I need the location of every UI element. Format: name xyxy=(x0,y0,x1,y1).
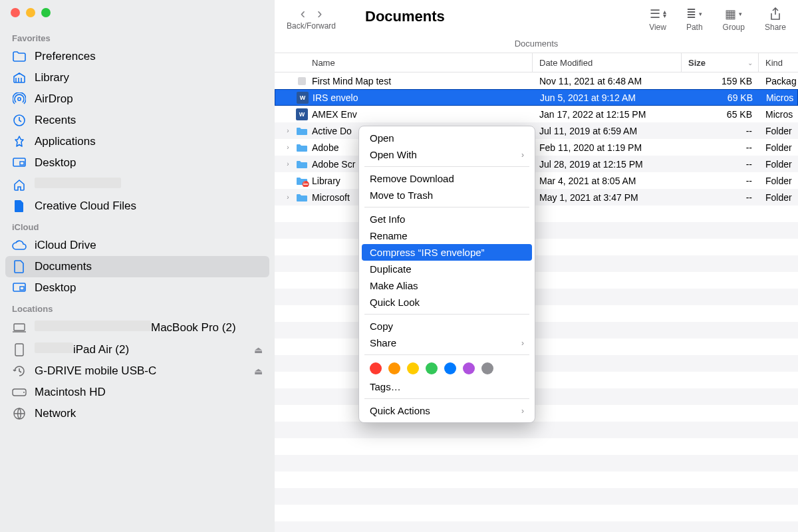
disclosure-triangle[interactable]: › xyxy=(284,127,292,134)
sidebar-item-macbook[interactable]: MacBook Pro (2) xyxy=(5,317,269,338)
sidebar-item-creative-cloud[interactable]: Creative Cloud Files xyxy=(5,196,269,217)
eject-icon[interactable]: ⏏ xyxy=(254,366,263,376)
sidebar-item-network[interactable]: Network xyxy=(5,403,269,424)
sidebar-item-label: Macintosh HD xyxy=(35,386,263,399)
context-move-to-trash[interactable]: Move to Trash xyxy=(359,187,535,203)
back-button[interactable]: ‹ xyxy=(301,7,305,21)
chevron-right-icon: › xyxy=(521,406,524,416)
toolbar-group[interactable]: ▦▾ Group xyxy=(723,7,745,32)
file-row[interactable]: First Mind Map testNov 11, 2021 at 6:48 … xyxy=(275,72,798,89)
disclosure-triangle[interactable]: › xyxy=(284,144,292,151)
column-header-date[interactable]: Date Modified xyxy=(533,53,682,72)
empty-row xyxy=(275,405,798,422)
empty-row xyxy=(275,272,798,289)
context-rename[interactable]: Rename xyxy=(359,227,535,244)
tag-red[interactable] xyxy=(370,362,382,374)
column-header-size[interactable]: Size⌄ xyxy=(682,53,759,72)
context-duplicate[interactable]: Duplicate xyxy=(359,261,535,277)
tag-yellow[interactable] xyxy=(407,362,419,374)
sidebar-item-recents[interactable]: Recents xyxy=(5,110,269,131)
file-kind: Folder xyxy=(759,142,798,153)
sidebar-item-preferences[interactable]: Preferences xyxy=(5,46,269,67)
minimize-window-button[interactable] xyxy=(26,8,35,17)
sidebar-item-label: Documents xyxy=(35,260,263,273)
tag-orange[interactable] xyxy=(388,362,400,374)
file-row[interactable]: ›Active DoJul 11, 2019 at 6:59 AM--Folde… xyxy=(275,122,798,139)
sidebar-item-icloud-desktop[interactable]: Desktop xyxy=(5,277,269,299)
column-header-kind[interactable]: Kind xyxy=(759,53,798,72)
ipad-icon xyxy=(12,343,27,356)
sidebar: Favorites Preferences Library AirDrop Re… xyxy=(0,0,275,532)
context-open-with[interactable]: Open With› xyxy=(359,146,535,163)
context-get-info[interactable]: Get Info xyxy=(359,211,535,227)
disclosure-triangle[interactable]: › xyxy=(284,160,292,168)
empty-row xyxy=(275,222,798,239)
document-icon xyxy=(12,260,27,273)
tag-gray[interactable] xyxy=(481,362,493,374)
column-header-name[interactable]: Name xyxy=(275,53,533,72)
file-kind: Folder xyxy=(759,176,798,186)
empty-row xyxy=(275,471,798,488)
file-row[interactable]: WAMEX EnvJan 17, 2022 at 12:15 PM65 KBMi… xyxy=(275,106,798,122)
sidebar-item-macintosh-hd[interactable]: Macintosh HD xyxy=(5,382,269,403)
empty-row xyxy=(275,372,798,388)
close-window-button[interactable] xyxy=(11,8,20,17)
sidebar-item-applications[interactable]: Applications xyxy=(5,131,269,152)
zoom-window-button[interactable] xyxy=(41,8,51,17)
cloud-icon xyxy=(12,240,27,251)
main-content: ‹ › Back/Forward Documents ☰▴▾ View ≣▾ P… xyxy=(275,0,798,532)
file-row[interactable]: ›AdobeFeb 11, 2020 at 1:19 PM--Folder xyxy=(275,139,798,156)
context-compress[interactable]: Compress “IRS envelope” xyxy=(362,244,532,261)
context-separator xyxy=(364,354,529,355)
svg-rect-3 xyxy=(20,162,24,165)
tag-green[interactable] xyxy=(426,362,438,374)
empty-row xyxy=(275,505,798,521)
context-tags[interactable]: Tags… xyxy=(359,378,535,395)
folder-icon xyxy=(296,142,308,154)
context-remove-download[interactable]: Remove Download xyxy=(359,170,535,187)
sort-descending-icon: ⌄ xyxy=(747,59,753,66)
list-view-icon: ☰ xyxy=(650,7,660,21)
file-row[interactable]: WIRS enveloJun 5, 2021 at 9:12 AM69 KBMi… xyxy=(275,89,798,106)
sidebar-item-documents[interactable]: Documents xyxy=(5,256,269,277)
forward-button[interactable]: › xyxy=(317,7,322,21)
tag-purple[interactable] xyxy=(463,362,475,374)
sidebar-item-desktop[interactable]: Desktop xyxy=(5,152,269,174)
empty-row xyxy=(275,438,798,455)
file-name: AMEX Env xyxy=(312,109,357,120)
file-kind: Folder xyxy=(759,126,798,136)
toolbar-view[interactable]: ☰▴▾ View xyxy=(649,7,666,32)
window-controls xyxy=(5,7,269,28)
sidebar-item-library[interactable]: Library xyxy=(5,67,269,88)
sidebar-item-icloud-drive[interactable]: iCloud Drive xyxy=(5,235,269,256)
context-quick-look[interactable]: Quick Look xyxy=(359,294,535,311)
window-title: Documents xyxy=(365,7,445,25)
context-copy[interactable]: Copy xyxy=(359,318,535,334)
file-size: -- xyxy=(682,176,759,186)
sidebar-section-favorites: Favorites xyxy=(5,28,269,46)
toolbar-path[interactable]: ≣▾ Path xyxy=(686,7,703,32)
eject-icon[interactable]: ⏏ xyxy=(254,344,263,355)
context-quick-actions[interactable]: Quick Actions› xyxy=(359,402,535,419)
file-date: Mar 4, 2021 at 8:05 AM xyxy=(533,176,682,186)
context-share[interactable]: Share› xyxy=(359,334,535,351)
path-bar[interactable]: Documents xyxy=(275,39,798,53)
disclosure-triangle[interactable]: › xyxy=(284,194,292,201)
sidebar-item-airdrop[interactable]: AirDrop xyxy=(5,88,269,110)
empty-row xyxy=(275,488,798,505)
sidebar-item-label: Applications xyxy=(35,135,263,148)
file-date: Jul 11, 2019 at 6:59 AM xyxy=(533,126,682,136)
svg-point-9 xyxy=(23,392,25,393)
word-doc-icon: W xyxy=(296,108,308,120)
tag-blue[interactable] xyxy=(444,362,456,374)
toolbar-share[interactable]: Share xyxy=(765,7,786,32)
sidebar-item-ipad[interactable]: iPad Air (2) ⏏ xyxy=(5,338,269,360)
file-row[interactable]: ›MicrosoftMay 1, 2021 at 3:47 PM--Folder xyxy=(275,189,798,205)
context-make-alias[interactable]: Make Alias xyxy=(359,277,535,294)
library-folder-icon xyxy=(296,175,308,187)
file-row[interactable]: ›Adobe ScrJul 28, 2019 at 12:15 PM--Fold… xyxy=(275,156,798,172)
file-row[interactable]: LibraryMar 4, 2021 at 8:05 AM--Folder xyxy=(275,172,798,189)
context-open[interactable]: Open xyxy=(359,130,535,146)
sidebar-item-home[interactable] xyxy=(5,174,269,196)
sidebar-item-gdrive[interactable]: G-DRIVE mobile USB-C ⏏ xyxy=(5,360,269,382)
